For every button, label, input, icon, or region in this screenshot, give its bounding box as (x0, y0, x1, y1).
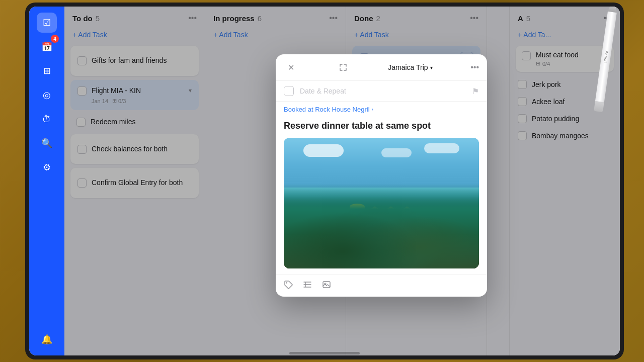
checklist-icon[interactable] (303, 280, 312, 292)
checkbox-icon: ☑ (43, 17, 51, 28)
cliff-layer (313, 223, 450, 268)
modal-bottom-toolbar (276, 275, 487, 297)
bell-icon: 🔔 (41, 334, 52, 345)
sidebar-item-bell[interactable]: 🔔 (37, 329, 57, 349)
pencil-end (594, 101, 604, 112)
search-icon: 🔍 (41, 138, 52, 149)
modal-overlay[interactable]: ✕ Jamaica Trip ▾ ••• (64, 7, 620, 355)
image-icon[interactable] (322, 280, 331, 292)
sidebar-item-checkbox[interactable]: ☑ (37, 13, 57, 33)
huts-layer (333, 190, 430, 216)
sidebar-item-target[interactable]: ◎ (37, 85, 57, 105)
modal-expand-button[interactable] (336, 60, 350, 74)
modal-task-image (284, 138, 479, 268)
ipad-frame: ☑ 📅 4 ⊞ ◎ ⏱ 🔍 ⚙ 🔔 (25, 3, 624, 359)
sidebar: ☑ 📅 4 ⊞ ◎ ⏱ 🔍 ⚙ 🔔 (29, 7, 64, 355)
water-layer (284, 188, 479, 233)
modal-flag-button[interactable]: ⚑ (472, 86, 479, 96)
cloud-2 (381, 148, 412, 157)
modal-project-text: Jamaica Trip (388, 63, 428, 71)
sidebar-item-grid[interactable]: ⊞ (37, 61, 57, 81)
main-content: To do 5 ••• + Add Task (64, 7, 620, 355)
modal-task-checkbox[interactable] (284, 86, 294, 96)
umbrella-1 (350, 204, 365, 216)
clock-icon: ⏱ (42, 114, 51, 125)
modal-header: ✕ Jamaica Trip ▾ ••• (276, 54, 487, 81)
cloud-1 (303, 144, 344, 157)
jamaica-scene (284, 138, 479, 268)
task-modal: ✕ Jamaica Trip ▾ ••• (276, 54, 487, 297)
sidebar-item-clock[interactable]: ⏱ (37, 109, 57, 129)
sidebar-item-search[interactable]: 🔍 (37, 133, 57, 153)
modal-task-title: Reserve dinner table at same spot (276, 117, 487, 138)
calendar-icon: 📅 (41, 41, 52, 52)
modal-checkbox-row: Date & Repeat ⚑ (276, 81, 487, 102)
sidebar-item-settings[interactable]: ⚙ (37, 157, 57, 177)
modal-close-button[interactable]: ✕ (284, 60, 298, 74)
hut-2 (385, 206, 397, 216)
rocks-layer (284, 242, 479, 268)
modal-title-section: Jamaica Trip ▾ (388, 63, 432, 71)
hut-3 (401, 206, 413, 216)
breadcrumb-chevron: › (372, 107, 373, 112)
tag-icon[interactable] (284, 280, 293, 292)
hut-1 (369, 206, 381, 216)
cloud-3 (424, 143, 459, 153)
grid-icon: ⊞ (43, 65, 51, 76)
tree-layer (284, 197, 479, 268)
modal-project-chevron: ▾ (430, 65, 433, 70)
target-icon: ◎ (43, 89, 51, 101)
settings-icon: ⚙ (43, 162, 51, 173)
modal-date-field[interactable]: Date & Repeat (300, 87, 346, 95)
modal-breadcrumb[interactable]: Booked at Rock House Negril › (276, 102, 487, 117)
sidebar-item-calendar[interactable]: 📅 4 (37, 37, 57, 57)
calendar-badge: 4 (51, 35, 59, 43)
ipad-screen: ☑ 📅 4 ⊞ ◎ ⏱ 🔍 ⚙ 🔔 (29, 7, 620, 355)
svg-rect-0 (323, 282, 330, 288)
modal-menu-button[interactable]: ••• (470, 63, 479, 72)
modal-project-tag[interactable]: Jamaica Trip ▾ (388, 63, 432, 71)
